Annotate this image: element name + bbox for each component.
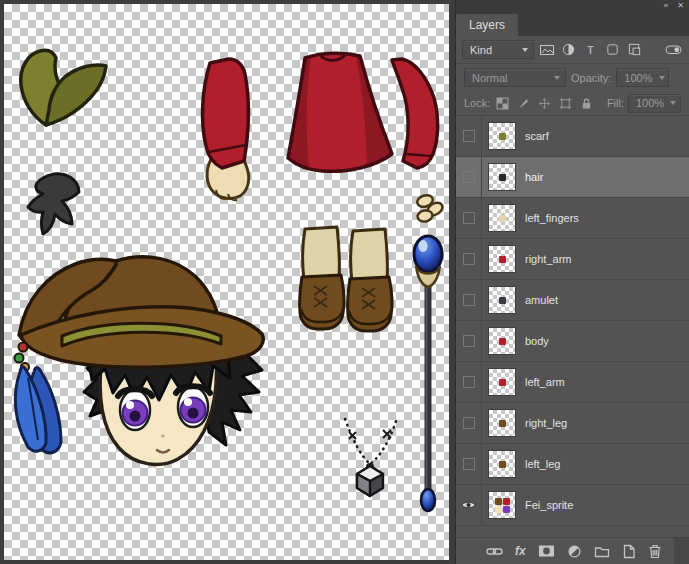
hair-tuft-art xyxy=(28,174,79,234)
layer-thumbnail-content xyxy=(499,133,506,140)
layer-thumbnail[interactable] xyxy=(488,286,516,314)
visibility-box xyxy=(463,458,475,470)
layer-thumbnail[interactable] xyxy=(488,245,516,273)
lock-row: Lock: Fill: 100% xyxy=(456,91,689,116)
lock-artboard-icon[interactable] xyxy=(557,95,574,111)
layer-name: left_fingers xyxy=(525,212,579,224)
body-art xyxy=(288,53,392,171)
layer-row-right_arm[interactable]: right_arm xyxy=(456,239,689,280)
layer-row-hair[interactable]: hair xyxy=(456,157,689,198)
blend-mode-row: Normal Opacity: 100% xyxy=(456,64,689,91)
type-layers-filter-icon[interactable]: T xyxy=(581,40,600,59)
character-head-art xyxy=(15,257,264,465)
visibility-toggle[interactable] xyxy=(456,362,482,402)
layer-thumbnail[interactable] xyxy=(488,491,516,519)
visibility-toggle[interactable] xyxy=(456,321,482,361)
layer-filter-toggle[interactable] xyxy=(664,40,683,59)
tab-layers[interactable]: Layers xyxy=(456,14,518,36)
svg-text:T: T xyxy=(587,44,594,56)
new-group-icon[interactable] xyxy=(594,543,610,560)
delete-layer-icon[interactable] xyxy=(648,543,662,560)
lock-label: Lock: xyxy=(464,97,490,109)
opacity-value: 100% xyxy=(624,72,652,84)
sprite-sheet-art xyxy=(4,4,449,560)
layer-row-right_leg[interactable]: right_leg xyxy=(456,403,689,444)
pixel-layers-filter-icon[interactable] xyxy=(537,40,556,59)
visibility-box xyxy=(463,253,475,265)
layer-thumbnail-content xyxy=(499,338,506,345)
shape-layers-filter-icon[interactable] xyxy=(603,40,622,59)
chevron-down-icon xyxy=(522,48,528,52)
opacity-label: Opacity: xyxy=(571,72,611,84)
adjustment-layer-icon[interactable] xyxy=(567,543,582,560)
visibility-toggle[interactable] xyxy=(456,485,482,525)
layer-thumbnail[interactable] xyxy=(488,409,516,437)
visibility-box xyxy=(463,417,475,429)
visibility-box xyxy=(463,376,475,388)
chevron-down-icon xyxy=(554,76,560,80)
fill-value: 100% xyxy=(636,97,664,109)
visibility-toggle[interactable] xyxy=(456,403,482,443)
layer-thumbnail[interactable] xyxy=(488,204,516,232)
layer-row-Fei_sprite[interactable]: Fei_sprite xyxy=(456,485,689,526)
layer-thumbnail[interactable] xyxy=(488,450,516,478)
photoshop-window: « ✕ Layers Kind T xyxy=(0,0,689,564)
layer-row-left_leg[interactable]: left_leg xyxy=(456,444,689,485)
layer-thumbnail-content xyxy=(499,461,506,468)
chevron-down-icon xyxy=(659,76,665,80)
layer-row-left_arm[interactable]: left_arm xyxy=(456,362,689,403)
layer-filter-row: Kind T xyxy=(456,36,689,64)
panel-resize-gripper[interactable] xyxy=(674,538,689,564)
layer-thumbnail[interactable] xyxy=(488,368,516,396)
smart-objects-filter-icon[interactable] xyxy=(625,40,644,59)
visibility-toggle[interactable] xyxy=(456,157,482,197)
layer-thumbnail-content xyxy=(494,498,511,513)
canvas[interactable] xyxy=(4,4,449,560)
link-layers-icon[interactable] xyxy=(486,543,503,560)
lock-all-icon[interactable] xyxy=(578,95,595,111)
layer-name: right_leg xyxy=(525,417,567,429)
layer-row-scarf[interactable]: scarf xyxy=(456,116,689,157)
visibility-box xyxy=(463,212,475,224)
kind-filter-dropdown[interactable]: Kind xyxy=(462,40,534,59)
layer-name: body xyxy=(525,335,549,347)
scarf-art xyxy=(21,50,106,125)
close-panel-icon[interactable]: ✕ xyxy=(677,2,684,10)
lock-position-icon[interactable] xyxy=(536,95,553,111)
layer-thumbnail-content xyxy=(499,256,506,263)
layer-row-left_fingers[interactable]: left_fingers xyxy=(456,198,689,239)
lock-image-pixels-icon[interactable] xyxy=(515,95,532,111)
layer-name: amulet xyxy=(525,294,558,306)
visibility-toggle[interactable] xyxy=(456,280,482,320)
layer-thumbnail[interactable] xyxy=(488,327,516,355)
visibility-toggle[interactable] xyxy=(456,116,482,156)
layer-name: left_arm xyxy=(525,376,565,388)
layer-thumbnail[interactable] xyxy=(488,122,516,150)
layers-panel: « ✕ Layers Kind T xyxy=(455,0,689,564)
layer-mask-icon[interactable] xyxy=(538,543,555,560)
staff-art xyxy=(414,236,442,511)
collapse-panels-icon[interactable]: « xyxy=(664,2,668,10)
blend-mode-dropdown[interactable]: Normal xyxy=(464,68,566,87)
new-layer-icon[interactable] xyxy=(622,543,636,560)
fill-label: Fill: xyxy=(607,97,624,109)
visibility-toggle[interactable] xyxy=(456,198,482,238)
kind-filter-label: Kind xyxy=(470,44,492,56)
fill-dropdown[interactable]: 100% xyxy=(628,94,681,113)
eye-icon xyxy=(461,500,476,510)
adjustment-layers-filter-icon[interactable] xyxy=(559,40,578,59)
opacity-dropdown[interactable]: 100% xyxy=(616,68,669,87)
layer-effects-icon[interactable]: fx xyxy=(515,543,526,560)
layer-name: left_leg xyxy=(525,458,560,470)
layer-row-amulet[interactable]: amulet xyxy=(456,280,689,321)
visibility-toggle[interactable] xyxy=(456,239,482,279)
chevron-down-icon xyxy=(670,101,676,105)
layer-name: right_arm xyxy=(525,253,571,265)
layer-thumbnail[interactable] xyxy=(488,163,516,191)
visibility-toggle[interactable] xyxy=(456,444,482,484)
amulet-art xyxy=(345,419,396,496)
layer-row-body[interactable]: body xyxy=(456,321,689,362)
left-arm-art xyxy=(203,59,249,200)
layer-name: hair xyxy=(525,171,543,183)
lock-transparent-pixels-icon[interactable] xyxy=(494,95,511,111)
